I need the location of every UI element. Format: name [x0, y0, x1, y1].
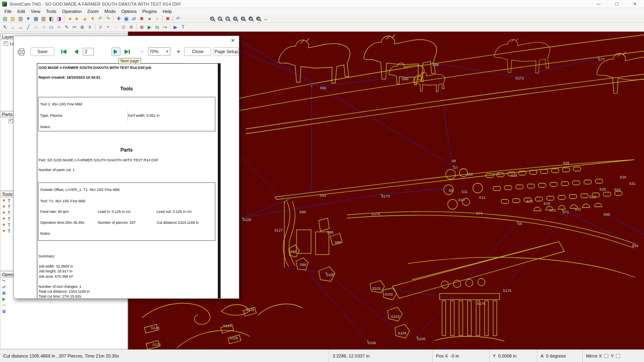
report-lead-in: Lead in: 0.125 in Arc: [98, 210, 131, 214]
last-page-button[interactable]: [123, 47, 132, 56]
close-button[interactable]: ✕: [626, 0, 644, 8]
text-tool-icon[interactable]: T: [179, 24, 187, 31]
part-checkbox[interactable]: [9, 119, 13, 123]
post-icon[interactable]: ◨: [55, 15, 63, 22]
zoom-out-button[interactable]: −: [139, 49, 146, 55]
mirror-x-checkbox[interactable]: [604, 354, 608, 358]
operation-list-item[interactable]: ▦: [0, 308, 127, 314]
snap-grid-icon[interactable]: #: [97, 24, 104, 31]
move-part-icon[interactable]: ✚: [115, 15, 122, 22]
machine-icon[interactable]: ◧: [47, 15, 55, 22]
align-right-icon[interactable]: ►: [73, 15, 81, 22]
menu-view[interactable]: View: [28, 9, 43, 14]
pan-icon[interactable]: ↔: [17, 24, 24, 31]
path-label-s92: S92: [320, 86, 326, 90]
set-start-icon[interactable]: ▶: [146, 24, 153, 31]
part-list-icon[interactable]: ▧: [40, 15, 47, 22]
draw-line-icon[interactable]: ╱: [24, 24, 32, 31]
undo-icon[interactable]: ↶: [174, 15, 182, 22]
minimize-button[interactable]: —: [589, 0, 608, 8]
open-drawing-icon[interactable]: ▨: [9, 15, 17, 22]
print-icon[interactable]: [18, 50, 25, 54]
job-report-icon[interactable]: ▦: [32, 15, 40, 22]
abort-icon[interactable]: ✖: [164, 15, 172, 22]
magnifier-icon: ◇: [233, 17, 237, 21]
print-icon[interactable]: ▥: [17, 15, 24, 22]
simulate-icon[interactable]: ▶: [172, 24, 179, 31]
snap-center-icon[interactable]: ⊙: [120, 24, 127, 31]
draw-circle-icon[interactable]: ○: [40, 24, 47, 31]
grid-icon: ▦: [1, 308, 6, 314]
zoom-material-icon[interactable]: ▭: [239, 15, 247, 22]
origin-icon[interactable]: ⊕: [138, 24, 146, 31]
new-job-icon[interactable]: ▤: [1, 15, 9, 22]
save-button[interactable]: Save: [30, 47, 55, 56]
path-label-s95: S95: [290, 250, 296, 254]
report-total-time: Total cut time: 17m 15.92s: [39, 294, 81, 298]
maximize-button[interactable]: ▢: [608, 0, 626, 8]
zoom-part-icon[interactable]: P: [247, 15, 254, 22]
lead-inout-icon[interactable]: ↪: [161, 24, 169, 31]
draw-rect-icon[interactable]: ▭: [47, 24, 55, 31]
offset-icon[interactable]: ≡: [86, 24, 94, 31]
measure-icon[interactable]: ↔: [9, 24, 17, 31]
import-icon[interactable]: ▼: [24, 15, 32, 22]
status-cut-info: Cut distance 1305.4869 in , 207 Pierces,…: [3, 353, 119, 358]
previous-page-button[interactable]: [71, 47, 80, 56]
menu-zoom[interactable]: Zoom: [84, 9, 101, 14]
trim-icon[interactable]: ✂: [71, 24, 78, 31]
zoom-select[interactable]: 70% ▼: [148, 47, 171, 56]
align-top-icon[interactable]: ▲: [81, 15, 89, 22]
lead-icon: ↪: [1, 278, 6, 283]
menu-operation[interactable]: Operation: [59, 9, 84, 14]
draw-arc-icon[interactable]: ∩: [32, 24, 40, 31]
join-icon[interactable]: ⊕: [78, 24, 86, 31]
path-label-s105: S105: [417, 337, 425, 341]
menu-edit[interactable]: Edit: [15, 9, 28, 14]
draw-polyline-icon[interactable]: ≈: [55, 24, 63, 31]
snap-midpoint-icon[interactable]: ◦: [112, 24, 120, 31]
menu-options[interactable]: Options: [118, 9, 140, 14]
pan-icon[interactable]: ↔: [262, 15, 270, 22]
next-page-button[interactable]: [112, 47, 120, 56]
mirror-part-icon[interactable]: ⇄: [130, 15, 138, 22]
layer-checkbox[interactable]: [4, 41, 8, 46]
path-label-s5: S5: [517, 222, 522, 226]
align-left-icon[interactable]: ◄: [66, 15, 73, 22]
snap-endpoint-icon[interactable]: •: [104, 24, 112, 31]
delete-part-icon[interactable]: ✖: [138, 15, 146, 22]
page-number-input[interactable]: 2: [83, 48, 94, 56]
edit-nodes-icon[interactable]: ✎: [63, 24, 71, 31]
start-point-icon[interactable]: ●: [146, 15, 153, 22]
zoom-in-icon[interactable]: +: [208, 15, 216, 22]
select-icon[interactable]: ↖: [1, 24, 9, 31]
zoom-selection-icon[interactable]: S: [254, 15, 262, 22]
align-bottom-icon[interactable]: ▼: [89, 15, 97, 22]
zoom-window-icon[interactable]: □: [223, 15, 231, 22]
zoom-in-button[interactable]: +: [175, 48, 182, 55]
first-page-button[interactable]: [59, 47, 68, 56]
rotate-right-icon[interactable]: ↷: [104, 15, 112, 22]
snap-intersection-icon[interactable]: ✖: [127, 24, 135, 31]
report-op-title: Outside Offset, LAYER_1, T1: 45A 10G Fin…: [40, 188, 120, 192]
duplicate-part-icon[interactable]: ▣: [122, 15, 130, 22]
operation-list-item[interactable]: ▭: [0, 302, 127, 308]
menu-tools[interactable]: Tools: [43, 9, 59, 14]
menu-plugins[interactable]: Plugins: [140, 9, 160, 14]
zoom-out-icon[interactable]: −: [216, 15, 223, 22]
reverse-icon[interactable]: ⇆: [153, 24, 161, 31]
window-controls: — ▢ ✕: [589, 0, 644, 8]
menu-help[interactable]: Help: [160, 9, 175, 14]
dialog-close-button[interactable]: Close: [184, 47, 211, 56]
menu-file[interactable]: File: [2, 9, 15, 14]
order-icon[interactable]: ↕: [153, 15, 161, 22]
report-part-line: Part: SO GOD MADE A FARMER SOUTH DAKOTA …: [39, 158, 159, 162]
page-setup-button[interactable]: Page Setup: [214, 47, 239, 56]
menu-mode[interactable]: Mode: [101, 9, 118, 14]
zoom-extents-icon[interactable]: ◇: [231, 15, 239, 22]
rotate-left-icon[interactable]: ↶: [97, 15, 104, 22]
tool-item-label: T: [8, 216, 11, 221]
dialog-close-icon[interactable]: ✕: [231, 38, 235, 43]
mirror-y-checkbox[interactable]: [616, 354, 620, 358]
report-lead-out: Lead out: 0.125 in Arc: [157, 210, 192, 214]
